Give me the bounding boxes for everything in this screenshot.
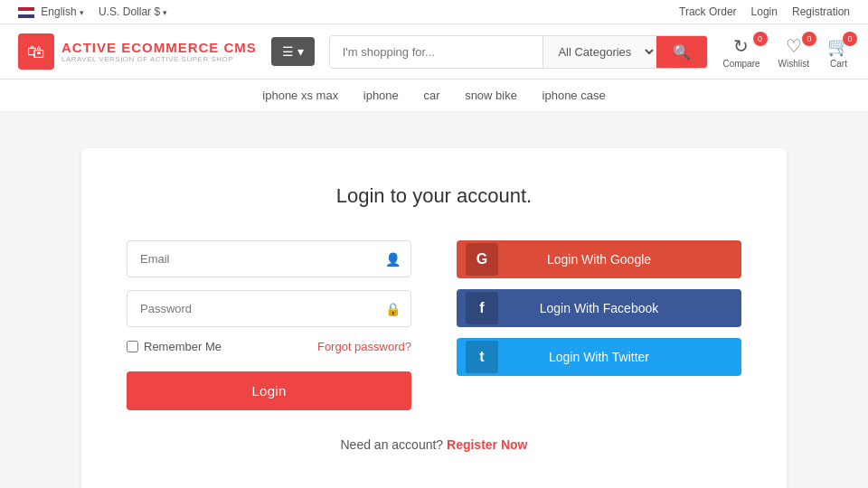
compare-icon-item[interactable]: ↻ 0 Compare bbox=[722, 35, 760, 69]
register-now-link[interactable]: Register Now bbox=[447, 437, 527, 452]
email-wrapper: 👤 bbox=[127, 240, 411, 277]
password-wrapper: 🔒 bbox=[127, 290, 411, 327]
cart-label: Cart bbox=[830, 59, 847, 69]
compare-icon: ↻ bbox=[733, 35, 749, 57]
google-login-button[interactable]: G Login With Google bbox=[457, 240, 741, 278]
login-card: Login to your account. 👤 🔒 bbox=[81, 148, 787, 488]
facebook-login-button[interactable]: f Login With Facebook bbox=[457, 289, 741, 327]
quick-links: iphone xs max iphone car snow bike iphon… bbox=[0, 80, 868, 112]
top-bar-left: English ▾ U.S. Dollar $ ▾ bbox=[18, 5, 167, 18]
quick-link-snow-bike[interactable]: snow bike bbox=[465, 89, 517, 102]
google-icon: G bbox=[466, 243, 498, 276]
facebook-login-label: Login With Facebook bbox=[471, 301, 727, 315]
forgot-password-link[interactable]: Forgot password? bbox=[317, 340, 411, 353]
remember-me-checkbox[interactable] bbox=[127, 341, 138, 352]
remember-me-text: Remember Me bbox=[144, 340, 222, 353]
top-bar: English ▾ U.S. Dollar $ ▾ Track Order Lo… bbox=[0, 0, 868, 24]
login-body: 👤 🔒 Remember Me Forgot password? bbox=[127, 240, 741, 410]
search-input[interactable] bbox=[330, 36, 543, 68]
register-row: Need an account? Register Now bbox=[127, 437, 741, 452]
logo-title: ACTIVE ECOMMERCE CMS bbox=[61, 40, 257, 55]
compare-label: Compare bbox=[722, 59, 760, 69]
logo[interactable]: 🛍 ACTIVE ECOMMERCE CMS LARAVEL VERSION O… bbox=[18, 33, 257, 70]
quick-link-iphone-xs[interactable]: iphone xs max bbox=[262, 89, 338, 102]
header-icons: ↻ 0 Compare ♡ 0 Wishlist 🛒 0 Cart bbox=[722, 35, 850, 69]
logo-icon: 🛍 bbox=[18, 33, 54, 70]
quick-link-car[interactable]: car bbox=[423, 89, 439, 102]
cart-icon-item[interactable]: 🛒 0 Cart bbox=[827, 35, 850, 69]
wishlist-label: Wishlist bbox=[778, 59, 809, 69]
email-icon: 👤 bbox=[385, 252, 401, 267]
need-account-text: Need an account? bbox=[341, 437, 444, 452]
header: 🛍 ACTIVE ECOMMERCE CMS LARAVEL VERSION O… bbox=[0, 24, 868, 80]
logo-subtitle: LARAVEL VERSION OF ACTIVE SUPER SHOP bbox=[61, 55, 257, 63]
wishlist-icon-item[interactable]: ♡ 0 Wishlist bbox=[778, 35, 809, 69]
logo-text: ACTIVE ECOMMERCE CMS LARAVEL VERSION OF … bbox=[61, 40, 257, 63]
registration-link[interactable]: Registration bbox=[792, 5, 850, 18]
flag-icon bbox=[18, 7, 34, 18]
twitter-login-button[interactable]: t Login With Twitter bbox=[457, 338, 741, 376]
language-selector[interactable]: English ▾ bbox=[18, 5, 84, 18]
login-title: Login to your account. bbox=[127, 184, 741, 208]
cart-badge: 0 bbox=[843, 32, 857, 46]
login-link[interactable]: Login bbox=[751, 5, 778, 18]
remember-me-label: Remember Me bbox=[127, 340, 222, 353]
password-input[interactable] bbox=[127, 290, 411, 327]
wishlist-badge: 0 bbox=[802, 32, 816, 46]
language-dropdown-arrow: ▾ bbox=[80, 8, 84, 17]
currency-dropdown-arrow: ▾ bbox=[163, 8, 167, 17]
social-login: G Login With Google f Login With Faceboo… bbox=[457, 240, 741, 376]
email-group: 👤 bbox=[127, 240, 411, 277]
main-content: Login to your account. 👤 🔒 bbox=[0, 112, 868, 488]
login-form: 👤 🔒 Remember Me Forgot password? bbox=[127, 240, 411, 410]
email-input[interactable] bbox=[127, 240, 411, 277]
wishlist-icon: ♡ bbox=[786, 35, 802, 57]
hamburger-button[interactable]: ☰ ▾ bbox=[271, 37, 315, 66]
category-select[interactable]: All Categories bbox=[542, 36, 656, 68]
search-button[interactable]: 🔍 bbox=[656, 36, 707, 68]
google-login-label: Login With Google bbox=[471, 252, 727, 267]
login-button[interactable]: Login bbox=[127, 371, 411, 410]
quick-link-iphone-case[interactable]: iphone case bbox=[542, 89, 606, 102]
password-group: 🔒 bbox=[127, 290, 411, 327]
remember-row: Remember Me Forgot password? bbox=[127, 340, 411, 353]
search-bar: All Categories 🔍 bbox=[329, 35, 709, 69]
language-label: English bbox=[41, 5, 76, 18]
currency-label: U.S. Dollar $ bbox=[99, 5, 160, 18]
twitter-icon: t bbox=[466, 341, 498, 373]
facebook-icon: f bbox=[466, 292, 498, 324]
compare-badge: 0 bbox=[753, 32, 768, 46]
top-bar-right: Track Order Login Registration bbox=[679, 5, 850, 18]
currency-selector[interactable]: U.S. Dollar $ ▾ bbox=[99, 5, 167, 18]
twitter-login-label: Login With Twitter bbox=[471, 350, 727, 364]
track-order-link[interactable]: Track Order bbox=[679, 5, 737, 18]
quick-link-iphone[interactable]: iphone bbox=[363, 89, 399, 102]
password-icon: 🔒 bbox=[385, 302, 401, 316]
